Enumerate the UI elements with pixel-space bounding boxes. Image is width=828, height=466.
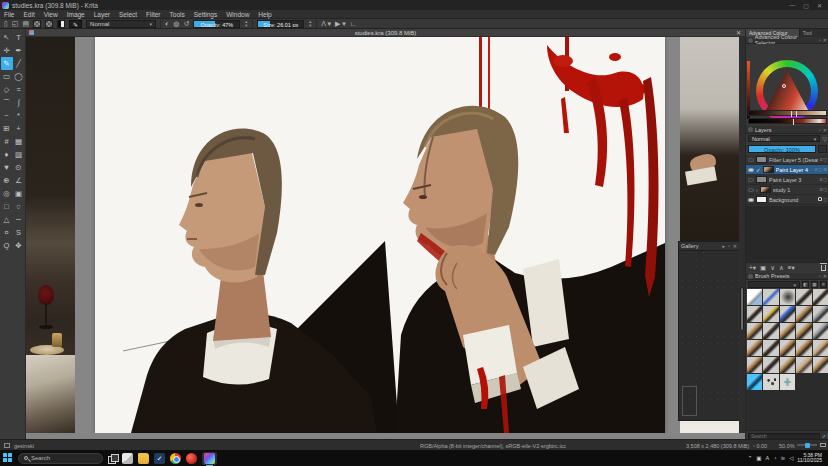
close-docker-icon[interactable]: ✕ [823,273,827,279]
minimize-button[interactable]: — [789,2,795,9]
brush-preset[interactable] [796,306,811,322]
colour-history-bar[interactable] [748,110,827,116]
tag-icon[interactable]: ◧ [802,281,809,288]
mirror-icon[interactable]: Λ ▾ [321,20,331,28]
move-layer-up-button[interactable]: ∧ [779,264,784,272]
document-canvas[interactable] [95,37,665,433]
krita-taskbar-active[interactable] [202,452,217,465]
artwork-left-strip[interactable] [26,37,75,433]
brush-preset[interactable] [747,357,762,373]
brush-preset-selected[interactable] [747,374,762,390]
menu-select[interactable]: Select [119,11,137,18]
view-grid-icon[interactable]: ▦ [811,281,818,288]
visibility-icon[interactable] [748,168,754,172]
zoom-slider[interactable] [797,444,817,446]
tool-pattern-edit[interactable]: ▨ [13,148,25,161]
tray-circle-icon[interactable]: ◔ [773,455,776,461]
brush-preset[interactable] [813,289,828,305]
tool-gradient[interactable]: ▦ [13,135,25,148]
visibility-icon[interactable] [748,198,754,202]
brush-preset[interactable] [763,374,778,390]
zoom-level[interactable]: 50.0% [779,443,795,449]
tool-move[interactable]: + [13,122,25,135]
tray-chevron-icon[interactable]: ⌃ [748,455,753,461]
brush-preset[interactable] [780,289,795,305]
blend-mode-dropdown[interactable]: Normal ▾ [86,20,156,28]
menu-layer[interactable]: Layer [94,11,110,18]
tool-smart-patch[interactable]: ⊕ [1,174,13,187]
brush-preset[interactable] [780,357,795,373]
opacity-spinner[interactable]: ▲▼ [244,20,248,28]
menu-window[interactable]: Window [226,11,249,18]
pattern-swatch[interactable] [33,20,41,28]
size-slider[interactable]: Size: 26.01 px [257,20,304,28]
menu-tools[interactable]: Tools [170,11,185,18]
tool-freehand-select[interactable]: ∽ [13,213,25,226]
float-docker-icon[interactable]: ▫ [819,273,821,279]
taskbar-app-stack[interactable] [122,453,133,464]
brush-editor-button[interactable]: ✎ [69,20,82,28]
language-indicator[interactable]: A [766,455,770,461]
tool-zoom[interactable]: Q [1,239,13,252]
tool-similar-select[interactable]: ¤ [1,226,13,239]
brush-preset[interactable] [763,289,778,305]
reload-preset-icon[interactable]: ↺ [183,20,189,28]
tool-bezier-select[interactable]: S [13,226,25,239]
layer-opacity-slider[interactable]: Opacity: 100% [748,145,816,153]
file-explorer-icon[interactable] [138,453,149,464]
brush-preset[interactable] [813,306,828,322]
taskbar-app-red[interactable] [186,453,197,464]
tool-rectangle[interactable]: ▭ [1,70,13,83]
brush-preset[interactable] [813,323,828,339]
taskbar-search[interactable]: Search [18,453,103,464]
brush-preset[interactable] [763,306,778,322]
brush-preset[interactable] [747,289,762,305]
tool-polygon[interactable]: ◇ [1,83,13,96]
menu-filter[interactable]: Filter [146,11,160,18]
float-docker-icon[interactable]: ▫ [819,37,821,43]
visibility-icon[interactable] [748,158,754,162]
menu-settings[interactable]: Settings [194,11,218,18]
save-document-icon[interactable]: ▤ [22,20,29,28]
menu-image[interactable]: Image [67,11,85,18]
brush-preset[interactable] [763,357,778,373]
wrap-around-icon[interactable]: ▶ ▾ [335,20,346,28]
menu-file[interactable]: File [4,11,14,18]
view-list-icon[interactable]: ≡ [820,281,827,288]
tool-pan[interactable]: ✥ [13,239,25,252]
brush-preset[interactable] [763,340,778,356]
tool-rect-select[interactable]: □ [1,200,13,213]
fullscreen-icon[interactable] [820,443,826,447]
visibility-icon[interactable] [748,178,754,182]
brush-preset[interactable] [813,357,828,373]
size-spinner[interactable]: ▲▼ [308,20,312,28]
layers-docker-header[interactable]: Layers ▫ ✕ [746,126,828,134]
tool-freehand-path[interactable]: ∫ [13,96,25,109]
tool-line[interactable]: ╱ [13,57,25,70]
close-button[interactable]: ✕ [817,2,822,9]
new-document-icon[interactable]: ▯ [4,20,8,28]
layer-row-paint3[interactable]: Paint Layer 3 α◻ [746,175,828,185]
tool-assistants[interactable]: ◎ [1,187,13,200]
taskbar-clock[interactable]: 5:38 PM 11/10/2025 [797,453,825,464]
tag-filter-dropdown[interactable]: ▾ [748,281,800,288]
brush-preset[interactable] [796,340,811,356]
menu-view[interactable]: View [44,11,58,18]
gradient-swatch[interactable] [57,20,65,28]
tool-dynamic-brush[interactable]: ~ [1,109,13,122]
volume-icon[interactable]: ◁ [789,455,793,461]
wifi-icon[interactable]: ≋ [781,455,786,461]
float-docker-icon[interactable]: ▫ [819,127,821,133]
start-button[interactable] [3,453,13,463]
blending-options-button[interactable] [818,145,827,153]
gallery-close-icon[interactable]: ✕ [733,243,737,249]
delete-layer-button[interactable] [821,265,826,271]
brush-preset[interactable] [813,340,828,356]
group-caret-icon[interactable]: › [756,187,758,193]
open-document-icon[interactable]: ◱ [12,20,19,28]
brush-preset[interactable] [747,340,762,356]
docker-menu-icon[interactable] [748,274,753,279]
brush-preset[interactable] [780,306,795,322]
layer-row-paint4[interactable]: ✓ Paint Layer 4 α◻⚙ [746,165,828,175]
alpha-lock-icon[interactable]: ◍ [173,20,179,28]
